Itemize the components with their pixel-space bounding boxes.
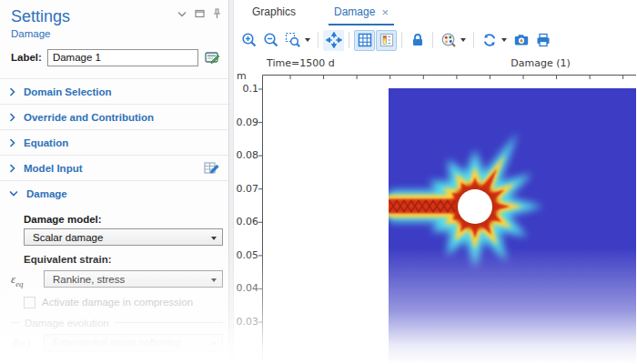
snapshot-button[interactable] [511, 30, 531, 51]
color-legend-toggle-button[interactable] [376, 30, 397, 51]
palette-dropdown-caret[interactable] [460, 38, 466, 42]
tab-graphics[interactable]: Graphics [247, 0, 301, 25]
zoom-extents-button[interactable] [323, 30, 344, 51]
chevron-right-icon [9, 87, 15, 96]
zoom-extents-icon [326, 32, 342, 48]
toolbar-separator [473, 32, 474, 48]
plot-area[interactable]: Time=1500 d Damage (1) m 0.1 0.09 0.08 0… [234, 55, 637, 364]
damage-model-dropdown[interactable]: Scalar damage [24, 228, 223, 246]
lock-axes-button[interactable] [407, 30, 428, 51]
rename-icon [205, 50, 220, 65]
section-label: Equation [24, 137, 68, 148]
edit-model-input-icon[interactable] [204, 160, 219, 177]
zoom-in-button[interactable] [238, 30, 259, 51]
chevron-right-icon [9, 138, 15, 147]
chevron-right-icon [9, 113, 15, 122]
section-equation[interactable]: Equation [0, 129, 228, 155]
toolbar-separator [349, 32, 349, 48]
graphics-tabbar: Graphics Damage × [234, 0, 637, 25]
damage-evolution-group: Damage evolution [11, 318, 223, 329]
settings-header: Settings Damage [0, 0, 228, 39]
damage-model-label: Damage model: [24, 214, 223, 225]
dropdown-arrow-icon [211, 237, 217, 240]
zoom-box-button[interactable] [282, 30, 303, 51]
toolbar-separator [318, 32, 318, 48]
y-axis-ticks [258, 89, 263, 322]
y-tick-label: 0.03 [234, 316, 258, 328]
tab-damage[interactable]: Damage × [329, 0, 394, 25]
section-domain-selection[interactable]: Domain Selection [0, 78, 228, 104]
graphics-toolbar [234, 25, 637, 55]
y-tick-label: 0.06 [234, 216, 258, 228]
section-label: Model Input [24, 163, 83, 174]
label-field-caption: Label: [11, 52, 42, 63]
x-axis-ticks [290, 76, 623, 80]
toolbar-separator [432, 32, 433, 48]
grid-toggle-button[interactable] [354, 30, 375, 51]
print-button[interactable] [532, 30, 553, 51]
settings-panel: Settings Damage Label: [0, 0, 229, 364]
settings-subtitle: Damage [11, 28, 217, 39]
section-model-input[interactable]: Model Input [0, 155, 228, 180]
chevron-down-icon [9, 190, 18, 197]
group-divider [115, 322, 223, 323]
compression-checkbox[interactable] [24, 297, 35, 308]
damage-evolution-group-label: Damage evolution [25, 318, 109, 329]
pin-icon[interactable] [213, 8, 221, 19]
y-tick-label: 0.09 [234, 116, 258, 128]
color-palette-button[interactable] [438, 30, 459, 51]
section-label: Damage [26, 188, 67, 199]
zoom-out-icon [263, 32, 279, 48]
grid-icon [357, 32, 373, 48]
group-divider [11, 322, 19, 323]
damage-evolution-value: Exponential strain softening [53, 337, 181, 348]
equivalent-strain-dropdown[interactable]: Rankine, stress [44, 270, 223, 288]
refresh-icon [481, 32, 498, 48]
print-icon [535, 32, 551, 48]
close-tab-icon[interactable]: × [381, 6, 389, 18]
damage-evolution-symbol: d(κ) [11, 334, 44, 350]
equivalent-strain-label: Equivalent strain: [24, 254, 223, 265]
damage-section-content: Damage model: Scalar damage Equivalent s… [0, 206, 228, 351]
zoom-out-button[interactable] [260, 30, 281, 51]
equivalent-strain-symbol: εeq [11, 270, 44, 288]
refresh-plot-button[interactable] [479, 30, 500, 51]
equivalent-strain-row: εeq Rankine, stress [11, 270, 223, 288]
color-legend-icon [379, 32, 395, 48]
rename-label-button[interactable] [204, 48, 221, 66]
equivalent-strain-value: Rankine, stress [53, 274, 125, 285]
y-tick-label: 0.05 [234, 249, 258, 261]
panel-window-controls [177, 8, 221, 19]
y-tick-label: 0.07 [234, 183, 258, 195]
toolbar-separator [401, 32, 402, 48]
damage-field [385, 88, 636, 364]
y-tick-label: 0.1 [234, 83, 258, 95]
label-row: Label: [11, 48, 221, 66]
section-label: Domain Selection [24, 86, 112, 97]
chevron-down-icon[interactable] [177, 11, 187, 17]
label-input[interactable] [47, 49, 198, 66]
compression-checkbox-label: Activate damage in compression [42, 297, 193, 308]
y-axis-unit-label: m [237, 70, 247, 82]
section-override-contribution[interactable]: Override and Contribution [0, 104, 228, 129]
settings-sections: Domain Selection Override and Contributi… [0, 78, 228, 206]
tab-label: Damage [334, 5, 375, 18]
section-label: Override and Contribution [24, 112, 154, 123]
damage-model-value: Scalar damage [33, 232, 103, 243]
snapshot-camera-icon [513, 32, 530, 48]
float-window-icon[interactable] [195, 9, 205, 18]
damage-evolution-row: d(κ) Exponential strain softening [11, 334, 223, 351]
comsol-window: Settings Damage Label: [0, 0, 637, 364]
damage-evolution-dropdown: Exponential strain softening [44, 334, 223, 351]
circular-hole [458, 189, 492, 224]
zoom-dropdown-caret[interactable] [305, 38, 310, 42]
damage-plot-canvas [234, 55, 636, 364]
plot-time-label: Time=1500 d [267, 57, 335, 69]
zoom-box-icon [285, 32, 301, 48]
refresh-dropdown-caret[interactable] [501, 38, 507, 42]
section-damage[interactable]: Damage [0, 180, 228, 206]
graphics-panel: Graphics Damage × [234, 0, 637, 364]
lock-icon [410, 32, 426, 48]
zoom-in-icon [241, 32, 258, 48]
dropdown-arrow-icon [211, 342, 217, 346]
